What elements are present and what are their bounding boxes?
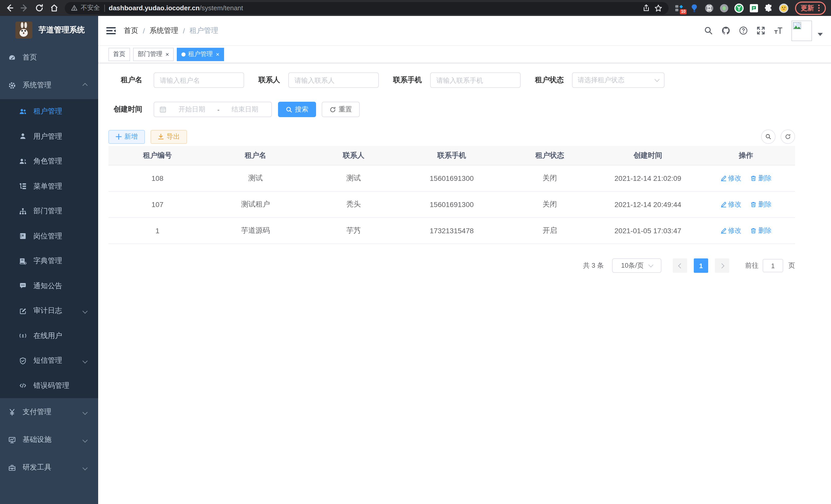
edit-button[interactable]: 修改: [720, 200, 741, 209]
sidebar-item-system[interactable]: 系统管理: [0, 71, 98, 99]
edit-button[interactable]: 修改: [720, 226, 741, 235]
sidebar-item-dept[interactable]: 部门管理: [0, 199, 98, 224]
extensions-puzzle-icon[interactable]: [764, 3, 773, 12]
breadcrumb-system[interactable]: 系统管理: [149, 26, 178, 35]
search-button[interactable]: 搜索: [278, 102, 316, 117]
toggle-search-button[interactable]: [761, 129, 775, 144]
sidebar-item-post[interactable]: 岗位管理: [0, 224, 98, 249]
page-size-select[interactable]: 10条/页: [612, 259, 661, 273]
refresh-table-button[interactable]: [781, 129, 795, 144]
extension-icon-6[interactable]: [749, 3, 758, 12]
delete-button[interactable]: 删除: [751, 200, 772, 209]
browser-toolbar: 不安全 dashboard.yudao.iocoder.cn/system/te…: [0, 0, 831, 16]
chrome-menu-icon[interactable]: [818, 7, 820, 9]
delete-button[interactable]: 删除: [751, 174, 772, 183]
avatar[interactable]: [792, 20, 812, 41]
fullscreen-icon[interactable]: [756, 26, 765, 35]
goto-page-input[interactable]: [763, 259, 783, 272]
sidebar-item-notice[interactable]: 通知公告: [0, 274, 98, 298]
delete-button[interactable]: 删除: [751, 226, 772, 235]
cell-contact: 芋艿: [305, 217, 403, 244]
extension-icon-1[interactable]: 10: [675, 3, 684, 12]
col-actions: 操作: [697, 146, 795, 165]
sidebar-item-role[interactable]: 角色管理: [0, 149, 98, 174]
back-icon[interactable]: [5, 4, 14, 12]
table-row: 1 芋道源码 芋艿 17321315478 开启 2021-01-05 17:0…: [109, 217, 795, 244]
help-icon[interactable]: [739, 26, 748, 35]
sidebar-item-audit-log[interactable]: 审计日志: [0, 298, 98, 323]
refresh-icon: [329, 106, 336, 113]
sidebar-collapse-icon[interactable]: [106, 26, 116, 35]
avatar-caret-icon[interactable]: [818, 33, 823, 36]
sidebar-item-dict[interactable]: 字典管理: [0, 249, 98, 274]
search-icon: [765, 134, 771, 140]
extension-icon-4[interactable]: [719, 3, 729, 12]
sidebar-item-infra[interactable]: 基础设施: [0, 426, 98, 454]
goto-label: 前往: [745, 261, 758, 270]
tab-home[interactable]: 首页: [109, 48, 130, 61]
close-icon[interactable]: ×: [216, 51, 220, 57]
create-time-label: 创建时间: [109, 105, 142, 114]
home-icon[interactable]: [50, 4, 59, 12]
url-host: dashboard.yudao.iocoder.cn: [109, 4, 200, 12]
security-status[interactable]: 不安全: [71, 4, 100, 12]
tab-dept[interactable]: 部门管理 ×: [133, 48, 174, 61]
font-size-icon[interactable]: [774, 26, 783, 35]
col-contact: 联系人: [305, 146, 403, 165]
address-bar[interactable]: 不安全 dashboard.yudao.iocoder.cn/system/te…: [65, 2, 668, 14]
sidebar-item-payment[interactable]: 支付管理: [0, 398, 98, 426]
sidebar-item-label: 短信管理: [33, 356, 62, 365]
delete-label: 删除: [758, 200, 772, 209]
calendar-icon: [159, 106, 167, 113]
sidebar-item-menu[interactable]: 菜单管理: [0, 174, 98, 199]
search-icon[interactable]: [704, 26, 713, 35]
next-page-button[interactable]: [715, 259, 729, 273]
sidebar-item-tenant[interactable]: 租户管理: [0, 99, 98, 124]
extension-icon-2[interactable]: [690, 3, 699, 12]
app-logo-row[interactable]: 芋道管理系统: [0, 16, 98, 44]
tab-label: 首页: [113, 50, 125, 59]
status-select[interactable]: 请选择租户状态: [572, 72, 664, 88]
breadcrumb-home[interactable]: 首页: [124, 26, 138, 35]
tab-tenant[interactable]: 租户管理 ×: [177, 48, 224, 61]
share-icon[interactable]: [642, 4, 650, 12]
chrome-update-button[interactable]: 更新: [795, 1, 826, 14]
chevron-down-icon: [648, 262, 653, 267]
sidebar-item-label: 部门管理: [33, 207, 62, 216]
sidebar-item-sms[interactable]: 短信管理: [0, 348, 98, 373]
github-icon[interactable]: [721, 26, 730, 35]
contact-input[interactable]: [288, 72, 379, 88]
sidebar-item-online-user[interactable]: 在线用户: [0, 323, 98, 348]
gear-icon: [8, 82, 16, 89]
page-unit-label: 页: [789, 261, 795, 270]
extension-icon-5[interactable]: [735, 3, 744, 12]
bookmark-star-icon[interactable]: [654, 4, 662, 12]
sidebar-item-devtools[interactable]: 研发工具: [0, 454, 98, 481]
sidebar-item-error-code[interactable]: 错误码管理: [0, 373, 98, 398]
mobile-label: 联系手机: [393, 76, 422, 85]
export-button[interactable]: 导出: [150, 130, 187, 144]
date-range-picker[interactable]: 开始日期 - 结束日期: [154, 102, 272, 117]
forward-icon[interactable]: [20, 4, 29, 12]
sidebar-item-user[interactable]: 用户管理: [0, 124, 98, 149]
close-icon[interactable]: ×: [166, 51, 169, 57]
reload-icon[interactable]: [35, 4, 44, 12]
cell-tenant-name: 测试租户: [207, 191, 305, 217]
edit-button[interactable]: 修改: [720, 174, 741, 183]
tenant-name-input[interactable]: [154, 72, 244, 88]
extension-icon-3[interactable]: [705, 3, 714, 12]
sidebar-item-home[interactable]: 首页: [0, 44, 98, 71]
reset-button[interactable]: 重置: [322, 102, 360, 117]
cell-tenant-id: 108: [109, 165, 207, 191]
profile-avatar-icon[interactable]: [779, 3, 789, 12]
tab-label: 部门管理: [138, 50, 163, 59]
broken-image-icon: [793, 22, 801, 29]
edit-label: 修改: [728, 174, 741, 183]
prev-page-button[interactable]: [673, 259, 687, 273]
url-text[interactable]: dashboard.yudao.iocoder.cn/system/tenant: [109, 4, 243, 12]
cell-contact: 测试: [305, 165, 403, 191]
add-button[interactable]: 新增: [109, 130, 145, 144]
mobile-input[interactable]: [430, 72, 521, 88]
cell-mobile: 17321315478: [403, 217, 501, 244]
page-number-current[interactable]: 1: [694, 259, 708, 273]
